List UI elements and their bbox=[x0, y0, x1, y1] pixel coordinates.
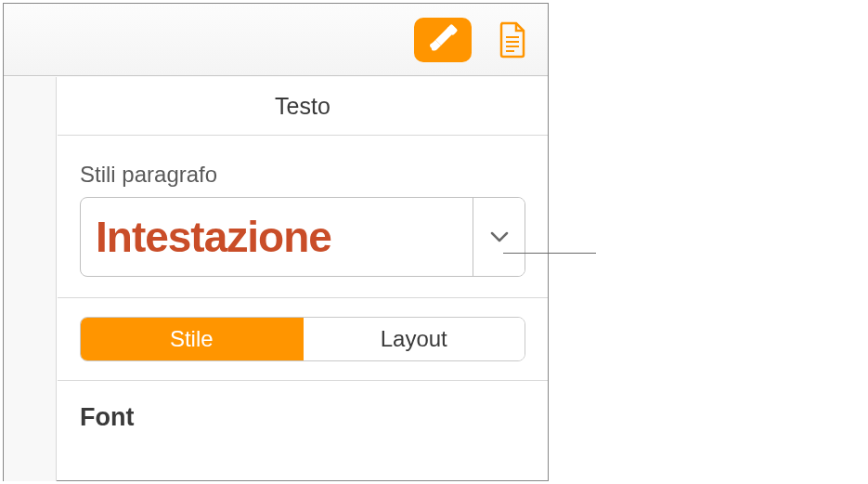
top-toolbar bbox=[4, 4, 548, 76]
tabs-section: Stile Layout bbox=[58, 298, 548, 381]
callout-line bbox=[503, 253, 596, 254]
paragraph-styles-label: Stili paragrafo bbox=[80, 162, 525, 188]
document-button[interactable] bbox=[494, 18, 531, 62]
paragraph-style-dropdown[interactable]: Intestazione bbox=[80, 197, 525, 277]
content-area: Testo Stili paragrafo Intestazione Stile bbox=[58, 77, 548, 480]
tab-layout[interactable]: Layout bbox=[304, 318, 525, 360]
paragraph-styles-section: Stili paragrafo Intestazione bbox=[58, 136, 548, 298]
font-label: Font bbox=[80, 403, 525, 432]
paintbrush-icon bbox=[426, 23, 460, 57]
chevron-down-icon bbox=[490, 231, 509, 242]
dropdown-arrow-button[interactable] bbox=[473, 198, 525, 276]
paragraph-style-value: Intestazione bbox=[81, 198, 473, 276]
text-tab-label: Testo bbox=[275, 93, 330, 120]
format-button[interactable] bbox=[414, 18, 472, 62]
style-layout-tabs: Stile Layout bbox=[80, 317, 525, 361]
inspector-panel: Testo Stili paragrafo Intestazione Stile bbox=[3, 3, 549, 481]
document-icon bbox=[498, 21, 527, 59]
tab-stile[interactable]: Stile bbox=[81, 318, 304, 360]
text-tab-header: Testo bbox=[58, 77, 548, 136]
font-section: Font bbox=[58, 381, 548, 432]
left-strip bbox=[4, 77, 57, 481]
